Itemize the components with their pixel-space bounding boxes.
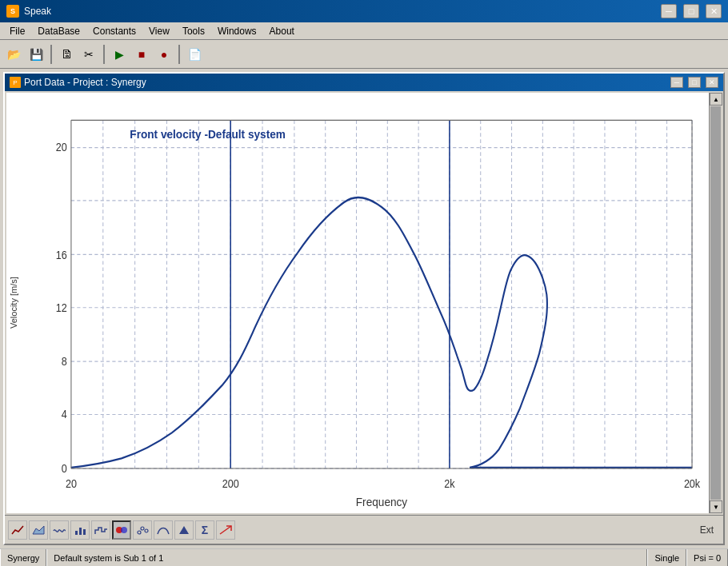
inner-window-title: Port Data - Project : Synergy bbox=[24, 77, 666, 88]
menu-windows[interactable]: Windows bbox=[211, 24, 263, 38]
chart-toolbar: Σ Ext bbox=[5, 515, 723, 544]
chart-svg-wrapper: 0 4 8 12 16 20 20 200 2k 20k Frequency F… bbox=[21, 93, 709, 513]
curve-button[interactable] bbox=[154, 520, 173, 540]
svg-point-51 bbox=[138, 531, 141, 534]
svg-marker-45 bbox=[33, 526, 44, 534]
menu-about[interactable]: About bbox=[263, 24, 301, 38]
color-button[interactable] bbox=[112, 520, 131, 540]
filled-chart-button[interactable] bbox=[29, 520, 48, 540]
psi-cell: Psi = 0 bbox=[686, 549, 728, 566]
inner-maximize-button[interactable]: □ bbox=[688, 77, 701, 88]
line-chart-button[interactable] bbox=[8, 520, 27, 540]
maximize-button[interactable]: □ bbox=[683, 4, 699, 18]
record-button[interactable]: ● bbox=[154, 44, 174, 65]
app-icon: S bbox=[6, 5, 19, 18]
minimize-button[interactable]: ─ bbox=[661, 4, 677, 18]
svg-text:20k: 20k bbox=[684, 477, 701, 490]
svg-point-52 bbox=[141, 527, 144, 530]
chart-container: Velocity [m/s] bbox=[6, 93, 722, 513]
menu-tools[interactable]: Tools bbox=[176, 24, 211, 38]
svg-text:Frequency: Frequency bbox=[356, 495, 408, 508]
mode-cell: Single bbox=[647, 549, 686, 566]
system-name-cell: Default system is Sub 1 of 1 bbox=[46, 549, 647, 566]
cut-button[interactable]: ✂ bbox=[78, 44, 99, 65]
title-bar: S Speak ─ □ ✕ bbox=[0, 0, 728, 22]
sub-status-bar: Synergy Default system is Sub 1 of 1 Sin… bbox=[0, 548, 728, 566]
svg-rect-47 bbox=[79, 528, 82, 535]
document-button[interactable]: 📄 bbox=[184, 44, 205, 65]
chart-svg: 0 4 8 12 16 20 20 200 2k 20k Frequency F… bbox=[21, 93, 709, 513]
main-area: P Port Data - Project : Synergy ─ □ ✕ Ve… bbox=[0, 69, 728, 548]
svg-rect-46 bbox=[75, 531, 78, 535]
trend-button[interactable] bbox=[216, 520, 235, 540]
psi-label: Psi = 0 bbox=[694, 553, 721, 563]
up-button[interactable] bbox=[174, 520, 194, 540]
svg-text:2k: 2k bbox=[444, 477, 455, 490]
svg-text:16: 16 bbox=[56, 249, 67, 262]
toolbar-separator-3 bbox=[178, 45, 180, 64]
system-name: Default system is Sub 1 of 1 bbox=[54, 553, 163, 563]
toolbar-separator-1 bbox=[50, 45, 52, 64]
svg-text:8: 8 bbox=[62, 355, 67, 368]
play-button[interactable]: ▶ bbox=[109, 44, 130, 65]
app-title: Speak bbox=[24, 6, 654, 17]
svg-point-53 bbox=[145, 529, 148, 532]
svg-point-50 bbox=[121, 527, 127, 533]
svg-text:0: 0 bbox=[62, 462, 67, 475]
inner-window-icon: P bbox=[10, 77, 21, 88]
scroll-thumb[interactable] bbox=[710, 106, 721, 500]
save-button[interactable]: 💾 bbox=[26, 44, 46, 65]
stop-button[interactable]: ■ bbox=[131, 44, 152, 65]
y-axis-label: Velocity [m/s] bbox=[6, 93, 21, 513]
svg-text:12: 12 bbox=[56, 302, 67, 315]
inner-title-bar: P Port Data - Project : Synergy ─ □ ✕ bbox=[5, 74, 723, 91]
svg-marker-54 bbox=[179, 526, 189, 534]
mode-label: Single bbox=[654, 553, 679, 563]
toolbar-separator-2 bbox=[103, 45, 105, 64]
menu-view[interactable]: View bbox=[142, 24, 176, 38]
project-name: Synergy bbox=[7, 553, 39, 563]
svg-line-55 bbox=[220, 526, 231, 534]
bar-chart-button[interactable] bbox=[70, 520, 90, 540]
menu-database[interactable]: DataBase bbox=[31, 24, 86, 38]
inner-minimize-button[interactable]: ─ bbox=[670, 77, 683, 88]
scroll-up-button[interactable]: ▲ bbox=[710, 93, 722, 106]
inner-window: P Port Data - Project : Synergy ─ □ ✕ Ve… bbox=[3, 72, 725, 545]
menu-file[interactable]: File bbox=[3, 24, 31, 38]
svg-text:200: 200 bbox=[222, 477, 239, 490]
open-button[interactable]: 📂 bbox=[3, 44, 24, 65]
inner-close-button[interactable]: ✕ bbox=[706, 77, 718, 88]
vertical-scrollbar[interactable]: ▲ ▼ bbox=[709, 93, 722, 513]
ext-label: Ext bbox=[700, 524, 714, 536]
toolbar: 📂 💾 🖺 ✂ ▶ ■ ● 📄 bbox=[0, 40, 728, 69]
scroll-down-button[interactable]: ▼ bbox=[710, 500, 722, 513]
sigma-button[interactable]: Σ bbox=[195, 520, 214, 540]
svg-text:4: 4 bbox=[62, 409, 67, 421]
svg-text:20: 20 bbox=[56, 142, 67, 154]
circle-button[interactable] bbox=[133, 520, 152, 540]
print-preview-button[interactable]: 🖺 bbox=[56, 44, 77, 65]
close-button[interactable]: ✕ bbox=[706, 4, 722, 18]
svg-text:Front velocity -Default system: Front velocity -Default system bbox=[130, 128, 286, 142]
svg-rect-48 bbox=[83, 529, 86, 535]
svg-text:20: 20 bbox=[66, 477, 77, 490]
wave-button[interactable] bbox=[50, 520, 69, 540]
menu-constants[interactable]: Constants bbox=[86, 24, 142, 38]
step-button[interactable] bbox=[91, 520, 110, 540]
menu-bar: File DataBase Constants View Tools Windo… bbox=[0, 22, 728, 40]
project-name-cell: Synergy bbox=[0, 549, 46, 566]
